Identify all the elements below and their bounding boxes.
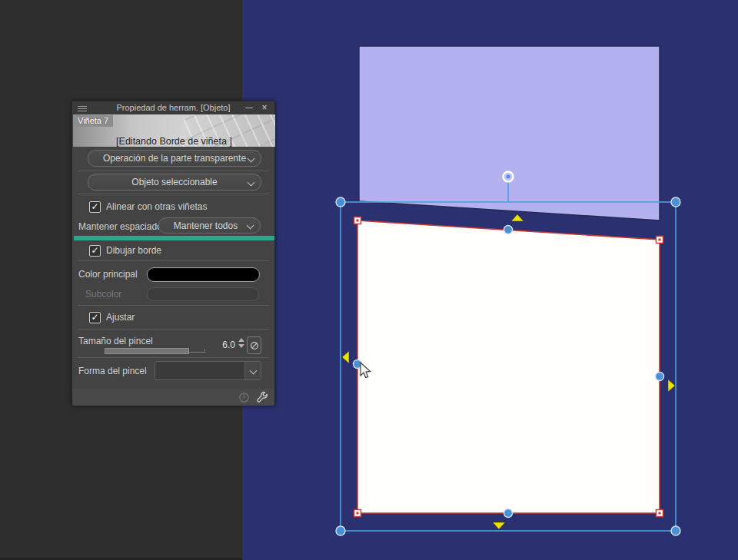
main-color-swatch[interactable] — [147, 267, 260, 282]
sub-color-label: Subcolor — [85, 289, 121, 300]
tool-preview-banner: Viñeta 7 [Editando Borde de viñeta ] — [73, 114, 275, 147]
checkbox-checked-icon[interactable]: ✓ — [89, 245, 101, 257]
anchor-dot-bottom-left — [357, 512, 359, 515]
keep-spacing-dropdown[interactable]: Mantener todos — [158, 217, 261, 234]
separator — [78, 194, 269, 194]
minimize-button[interactable]: — — [244, 102, 254, 113]
selectable-object-dropdown[interactable]: Objeto seleccionable — [88, 174, 261, 191]
upper-frame-shape[interactable] — [359, 46, 660, 220]
align-frames-label: Alinear con otras viñetas — [106, 201, 207, 212]
bbox-handle-bottom-left[interactable] — [336, 526, 345, 535]
reset-defaults-button[interactable] — [237, 390, 251, 404]
snap-label: Ajustar — [106, 312, 135, 323]
brush-shape-combo[interactable] — [155, 361, 261, 380]
panel-footer-bar — [73, 389, 274, 406]
tool-property-panel: Propiedad de herram. [Objeto] — × Viñeta… — [71, 101, 275, 406]
bbox-handle-top-left[interactable] — [336, 197, 345, 207]
separator — [78, 357, 269, 358]
snap-checkbox-row[interactable]: ✓ Ajustar — [89, 311, 135, 323]
move-arrow-right-icon[interactable] — [668, 379, 675, 392]
align-frames-checkbox-row[interactable]: ✓ Alinear con otras viñetas — [89, 200, 207, 213]
brush-size-label: Tamaño del pincel — [78, 336, 153, 346]
brush-shape-label: Forma del pincel — [78, 366, 147, 376]
slider-end-tick — [204, 349, 205, 353]
main-color-label: Color principal — [78, 269, 138, 280]
chevron-down-icon — [248, 155, 255, 163]
chevron-down-icon — [247, 222, 254, 230]
move-arrow-down-icon[interactable] — [493, 522, 505, 529]
checkbox-checked-icon[interactable]: ✓ — [89, 312, 101, 323]
anchor-dot-bottom-right — [659, 512, 661, 515]
edge-handle-right[interactable] — [656, 373, 664, 381]
separator — [78, 171, 269, 171]
separator — [78, 329, 269, 330]
brush-size-slider-fill[interactable] — [105, 348, 189, 354]
draw-border-label: Dibujar borde — [106, 245, 161, 256]
selected-frame-shape[interactable] — [357, 220, 660, 513]
selectable-object-dropdown-label: Objeto seleccionable — [131, 177, 217, 187]
keep-spacing-label: Mantener espaciado — [78, 221, 162, 232]
stepper-up-icon[interactable] — [238, 338, 244, 342]
chevron-down-icon — [250, 367, 258, 375]
tool-name-badge: Viñeta 7 — [75, 115, 113, 127]
bbox-handle-top-right[interactable] — [671, 197, 680, 207]
move-arrow-left-icon[interactable] — [342, 351, 349, 363]
dial-icon — [238, 391, 251, 404]
brush-shape-combo-button[interactable] — [244, 362, 261, 379]
panel-titlebar[interactable]: Propiedad de herram. [Objeto] — × — [72, 101, 274, 114]
separator — [78, 260, 269, 261]
close-button[interactable]: × — [260, 102, 269, 113]
operation-dropdown[interactable]: Operación de la parte transparente — [88, 150, 261, 167]
anchor-dot-top-right — [659, 239, 661, 241]
anchor-dot-top-left — [357, 220, 359, 222]
draw-border-checkbox-row[interactable]: ✓ Dibujar borde — [89, 244, 161, 257]
keep-spacing-value: Mantener todos — [174, 220, 238, 231]
edge-handle-bottom[interactable] — [504, 509, 513, 518]
edge-handle-top[interactable] — [504, 226, 513, 234]
brush-size-value[interactable]: 6.0 — [217, 340, 235, 350]
checkbox-checked-icon[interactable]: ✓ — [89, 201, 101, 213]
drag-highlight-bar — [74, 236, 274, 240]
circle-slash-icon — [250, 341, 259, 350]
wrench-icon — [256, 391, 269, 404]
editing-status-text: [Editando Borde de viñeta ] — [73, 136, 275, 147]
operation-dropdown-label: Operación de la parte transparente — [103, 153, 246, 164]
chevron-down-icon — [248, 179, 255, 187]
separator — [78, 305, 269, 306]
stepper-down-icon[interactable] — [238, 344, 244, 348]
tool-settings-button[interactable] — [255, 390, 269, 404]
rotation-handle-dot — [507, 175, 510, 179]
no-dynamics-button[interactable] — [247, 336, 261, 354]
bbox-handle-bottom-right[interactable] — [671, 526, 680, 535]
brush-size-stepper[interactable] — [238, 338, 244, 349]
move-arrow-up-icon[interactable] — [511, 214, 524, 221]
sub-color-swatch — [147, 287, 259, 301]
